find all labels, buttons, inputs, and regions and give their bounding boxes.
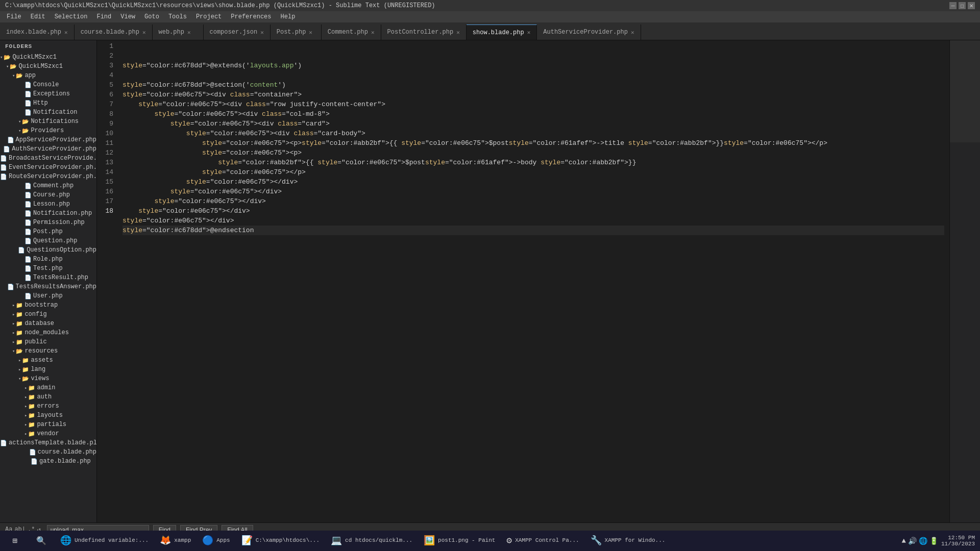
menu-item-project[interactable]: Project (192, 12, 226, 21)
sidebar-file[interactable]: 📄Course.php (0, 190, 96, 199)
sidebar-file[interactable]: 📄Http (0, 98, 96, 108)
tab-8[interactable]: AuthServiceProvider.php✕ (537, 24, 641, 40)
tray-battery[interactable]: 🔋 (929, 537, 938, 545)
tray-network[interactable]: 🌐 (919, 537, 927, 545)
menu-item-file[interactable]: File (3, 12, 26, 21)
sidebar-file[interactable]: 📄TestsResultsAnswer.php (0, 282, 96, 291)
sidebar-folder[interactable]: ▸📁auth (0, 392, 96, 402)
sidebar-file[interactable]: 📄gate.blade.php (0, 457, 96, 466)
sidebar-folder[interactable]: ▸📁node_modules (0, 328, 96, 337)
sidebar-folder[interactable]: ▾📂resources (0, 346, 96, 356)
menu-item-selection[interactable]: Selection (51, 12, 92, 21)
tray-chevron[interactable]: ▲ (902, 537, 906, 545)
tab-close[interactable]: ✕ (631, 29, 634, 36)
sidebar-folder[interactable]: ▸📁assets (0, 356, 96, 365)
taskbar-app-0[interactable]: 🌐Undefined variable:... (55, 531, 154, 551)
sidebar-file[interactable]: 📄Notification (0, 108, 96, 117)
sidebar-folder[interactable]: ▸📁lang (0, 365, 96, 374)
sidebar-folder[interactable]: ▸📁partials (0, 420, 96, 429)
taskbar-app-5[interactable]: 🖼️post1.png - Paint (419, 531, 500, 551)
sidebar-file[interactable]: 📄Console (0, 80, 96, 89)
sidebar-file[interactable]: 📄Permission.php (0, 218, 96, 227)
sidebar-file[interactable]: 📄Post.php (0, 227, 96, 236)
taskbar-app-2[interactable]: 🔵Apps (197, 531, 235, 551)
taskbar-app-3[interactable]: 📝C:\xampp\htdocs\... (236, 531, 325, 551)
folder-icon: 📂 (22, 128, 29, 134)
sidebar-file[interactable]: 📄Lesson.php (0, 199, 96, 209)
taskbar-app-4[interactable]: 💻cd htdocs/quicklm... (326, 531, 418, 551)
tab-7[interactable]: show.blade.php✕ (467, 24, 537, 40)
sidebar-folder[interactable]: ▸📁admin (0, 383, 96, 392)
start-icon: ⊞ (12, 536, 17, 546)
code-line (122, 70, 944, 80)
menu-item-edit[interactable]: Edit (27, 12, 50, 21)
tab-close[interactable]: ✕ (142, 29, 146, 36)
sidebar-file[interactable]: 📄RouteServiceProvider.ph... (0, 172, 96, 181)
sidebar-folder[interactable]: ▾📂Notifications (0, 117, 96, 126)
sidebar-file[interactable]: 📄BroadcastServiceProvide... (0, 154, 96, 163)
tab-0[interactable]: index.blade.php✕ (0, 24, 75, 40)
tray-sound[interactable]: 🔊 (908, 537, 917, 545)
tree-item-label: actionsTemplate.blade.pl... (9, 439, 97, 446)
tab-close[interactable]: ✕ (456, 29, 460, 36)
tab-close[interactable]: ✕ (371, 29, 375, 36)
file-icon: 📄 (0, 155, 7, 162)
sidebar-file[interactable]: 📄actionsTemplate.blade.pl... (0, 438, 96, 447)
sidebar-folder[interactable]: ▾📂app (0, 71, 96, 80)
taskbar-app-1[interactable]: 🦊xampp (155, 531, 196, 551)
sidebar-file[interactable]: 📄Question.php (0, 236, 96, 245)
menu-item-goto[interactable]: Goto (140, 12, 163, 21)
line-number: 3 (101, 61, 113, 70)
tab-close[interactable]: ✕ (260, 29, 264, 36)
sidebar-folder[interactable]: ▾📂views (0, 374, 96, 383)
tab-4[interactable]: Post.php✕ (271, 24, 322, 40)
sidebar-file[interactable]: 📄Exceptions (0, 89, 96, 98)
menu-item-find[interactable]: Find (92, 12, 115, 21)
sidebar-folder[interactable]: ▸📁database (0, 319, 96, 328)
sidebar-folder[interactable]: ▸📁vendor (0, 429, 96, 438)
tab-2[interactable]: web.php✕ (153, 24, 204, 40)
sidebar-folder[interactable]: ▾📂Providers (0, 126, 96, 135)
sidebar-folder[interactable]: ▸📁layouts (0, 411, 96, 420)
tab-5[interactable]: Comment.php✕ (322, 24, 381, 40)
code-area[interactable]: style="color:#c678dd">@extends('layouts.… (117, 40, 949, 522)
menu-item-preferences[interactable]: Preferences (227, 12, 275, 21)
sidebar-file[interactable]: 📄Test.php (0, 264, 96, 273)
tab-close[interactable]: ✕ (187, 29, 191, 36)
tab-close[interactable]: ✕ (64, 29, 68, 36)
menu-item-help[interactable]: Help (277, 12, 300, 21)
sidebar-folder[interactable]: ▸📁config (0, 310, 96, 319)
sidebar-file[interactable]: 📄course.blade.php (0, 447, 96, 457)
sidebar-folder[interactable]: ▾📂QuickLMSzxc1 (0, 53, 96, 62)
file-icon: 📄 (24, 91, 32, 97)
search-button[interactable]: 🔍 (29, 531, 54, 551)
sidebar-file[interactable]: 📄QuestionsOption.php (0, 245, 96, 255)
start-button[interactable]: ⊞ (2, 531, 28, 551)
tab-close[interactable]: ✕ (309, 29, 312, 36)
sidebar-folder[interactable]: ▸📁errors (0, 402, 96, 411)
tab-3[interactable]: composer.json✕ (204, 24, 271, 40)
sidebar-file[interactable]: 📄AuthServiceProvider.php (0, 144, 96, 154)
sidebar-file[interactable]: 📄EventServiceProvider.ph... (0, 163, 96, 172)
sidebar-file[interactable]: 📄User.php (0, 291, 96, 300)
tab-6[interactable]: PostController.php✕ (381, 24, 467, 40)
taskbar-app-6[interactable]: ⚙️XAMPP Control Pa... (501, 531, 584, 551)
sidebar-folder[interactable]: ▸📁public (0, 337, 96, 346)
menu-item-view[interactable]: View (116, 12, 139, 21)
sidebar-file[interactable]: 📄Role.php (0, 255, 96, 264)
sidebar-file[interactable]: 📄Comment.php (0, 181, 96, 190)
tab-close[interactable]: ✕ (527, 29, 531, 36)
editor-area[interactable]: 123456789101112131415161718 style="color… (97, 40, 949, 522)
tab-1[interactable]: course.blade.php✕ (75, 24, 153, 40)
sidebar-file[interactable]: 📄TestsResult.php (0, 273, 96, 282)
sidebar-header: FOLDERS (0, 40, 96, 53)
minimize-button[interactable]: ─ (949, 2, 957, 9)
close-button[interactable]: ✕ (968, 2, 975, 9)
sidebar-folder[interactable]: ▸📁bootstrap (0, 300, 96, 310)
sidebar-file[interactable]: 📄Notification.php (0, 209, 96, 218)
taskbar-app-7[interactable]: 🔧XAMPP for Windo... (585, 531, 671, 551)
sidebar-folder[interactable]: ▾📂QuickLMSzxc1 (0, 62, 96, 71)
sidebar-file[interactable]: 📄AppServiceProvider.php (0, 135, 96, 144)
menu-item-tools[interactable]: Tools (164, 12, 191, 21)
maximize-button[interactable]: □ (959, 2, 966, 9)
